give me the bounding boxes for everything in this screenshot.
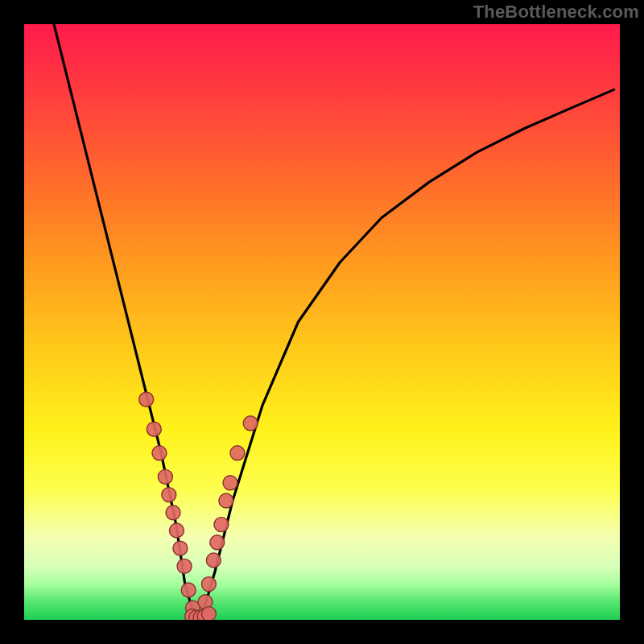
highlight-dot xyxy=(162,488,176,502)
highlight-dot xyxy=(210,535,225,550)
highlight-dot xyxy=(158,469,172,484)
highlight-dot xyxy=(166,506,180,520)
plot-area xyxy=(24,24,620,620)
highlight-dots-group xyxy=(139,392,258,620)
highlight-dot xyxy=(201,577,216,592)
highlight-dot xyxy=(173,541,188,555)
highlight-dot xyxy=(243,416,258,431)
highlight-dot xyxy=(147,422,161,436)
bottleneck-curve xyxy=(54,24,614,615)
highlight-dot xyxy=(181,583,196,597)
highlight-dot xyxy=(201,607,216,620)
highlight-dot xyxy=(139,392,154,407)
watermark-text: TheBottleneck.com xyxy=(473,2,639,23)
chart-frame: TheBottleneck.com xyxy=(0,0,644,644)
highlight-dot xyxy=(206,553,221,568)
highlight-dot xyxy=(223,476,237,490)
chart-svg xyxy=(24,24,620,620)
highlight-dot xyxy=(152,446,167,460)
highlight-dot xyxy=(169,523,184,538)
highlight-dot xyxy=(219,493,233,508)
highlight-dot xyxy=(230,446,245,460)
highlight-dot xyxy=(177,559,192,573)
highlight-dot xyxy=(214,518,229,532)
